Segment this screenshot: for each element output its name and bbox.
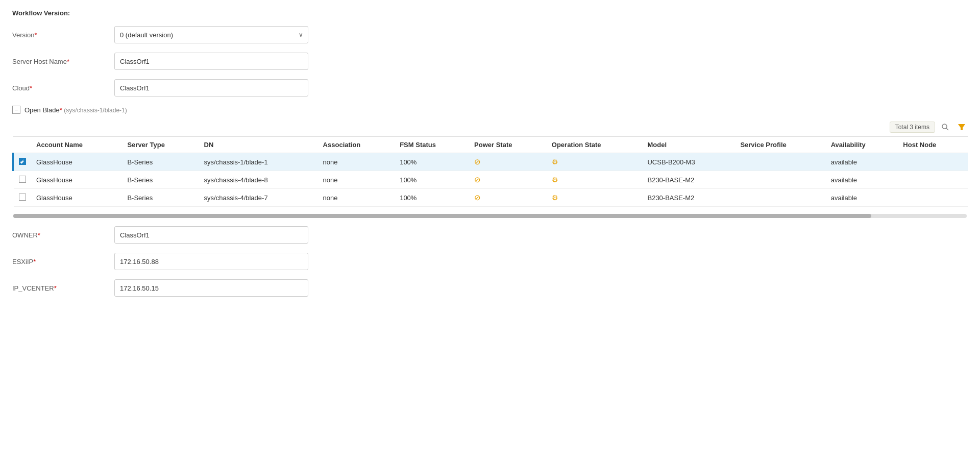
cell-server-type: B-Series (122, 189, 199, 207)
col-dn: DN (199, 137, 318, 153)
cloud-label: Cloud* (12, 84, 114, 92)
cell-host-node (898, 171, 968, 189)
filter-icon[interactable] (955, 121, 968, 133)
table-toolbar: Total 3 items (12, 121, 968, 133)
cell-account-name: GlassHouse (31, 153, 122, 171)
version-row: Version* 0 (default version) 1 2 ∨ (12, 26, 968, 43)
cell-fsm-status: 100% (395, 171, 469, 189)
open-blade-label: Open Blade* (sys/chassis-1/blade-1) (24, 106, 127, 114)
server-host-input[interactable] (114, 53, 308, 70)
cell-host-node (898, 153, 968, 171)
cell-model: UCSB-B200-M3 (642, 153, 735, 171)
ip-vcenter-row: IP_VCENTER* (12, 279, 968, 297)
cell-fsm-status: 100% (395, 189, 469, 207)
row-checkbox-cell[interactable] (13, 153, 32, 171)
version-select-wrapper: 0 (default version) 1 2 ∨ (114, 26, 308, 43)
cell-account-name: GlassHouse (31, 189, 122, 207)
cell-availability: available (826, 153, 898, 171)
collapse-icon[interactable]: − (12, 106, 20, 114)
svg-point-0 (942, 124, 947, 129)
cell-server-type: B-Series (122, 153, 199, 171)
col-association: Association (318, 137, 395, 153)
cell-account-name: GlassHouse (31, 171, 122, 189)
row-checkbox-cell[interactable] (13, 171, 32, 189)
owner-input[interactable] (114, 226, 308, 244)
cell-availability: available (826, 189, 898, 207)
cell-fsm-status: 100% (395, 153, 469, 171)
cell-operation-state: ⚙ (547, 171, 643, 189)
col-server-type: Server Type (122, 137, 199, 153)
esxiip-label: ESXiIP* (12, 258, 114, 266)
svg-marker-2 (958, 124, 965, 130)
esxiip-input[interactable] (114, 253, 308, 270)
cell-association: none (318, 153, 395, 171)
cell-association: none (318, 189, 395, 207)
version-select[interactable]: 0 (default version) 1 2 (114, 26, 308, 43)
col-checkbox (13, 137, 32, 153)
col-account-name: Account Name (31, 137, 122, 153)
col-power-state: Power State (469, 137, 547, 153)
cell-association: none (318, 171, 395, 189)
server-host-row: Server Host Name* (12, 53, 968, 70)
operation-state-tool-icon: ⚙ (552, 176, 558, 184)
cell-service-profile (735, 171, 825, 189)
col-availability: Availability (826, 137, 898, 153)
cell-availability: available (826, 171, 898, 189)
col-service-profile: Service Profile (735, 137, 825, 153)
cell-dn: sys/chassis-4/blade-7 (199, 189, 318, 207)
cell-operation-state: ⚙ (547, 189, 643, 207)
open-blade-dn: (sys/chassis-1/blade-1) (64, 107, 127, 114)
server-host-label: Server Host Name* (12, 58, 114, 65)
owner-label: OWNER* (12, 231, 114, 239)
cell-power-state: ⊘ (469, 153, 547, 171)
horizontal-scrollbar[interactable] (13, 214, 967, 218)
operation-state-tool-icon: ⚙ (552, 194, 558, 202)
table-row[interactable]: GlassHouse B-Series sys/chassis-4/blade-… (13, 171, 968, 189)
open-blade-row: − Open Blade* (sys/chassis-1/blade-1) (12, 106, 968, 114)
table-row[interactable]: GlassHouse B-Series sys/chassis-1/blade-… (13, 153, 968, 171)
cloud-row: Cloud* (12, 79, 968, 97)
blade-table: Account Name Server Type DN Association … (12, 136, 968, 207)
cell-dn: sys/chassis-1/blade-1 (199, 153, 318, 171)
col-operation-state: Operation State (547, 137, 643, 153)
cell-dn: sys/chassis-4/blade-8 (199, 171, 318, 189)
col-model: Model (642, 137, 735, 153)
row-checkbox-cell[interactable] (13, 189, 32, 207)
cell-service-profile (735, 189, 825, 207)
cloud-input[interactable] (114, 79, 308, 97)
cell-service-profile (735, 153, 825, 171)
power-state-error-icon: ⊘ (474, 175, 481, 184)
blade-table-container: Account Name Server Type DN Association … (12, 136, 968, 211)
cell-model: B230-BASE-M2 (642, 189, 735, 207)
row-checkbox[interactable] (19, 194, 26, 201)
power-state-error-icon: ⊘ (474, 157, 481, 166)
cell-operation-state: ⚙ (547, 153, 643, 171)
svg-line-1 (946, 128, 948, 130)
cell-power-state: ⊘ (469, 171, 547, 189)
row-checkbox[interactable] (19, 176, 26, 183)
table-header-row: Account Name Server Type DN Association … (13, 137, 968, 153)
cell-host-node (898, 189, 968, 207)
search-icon[interactable] (939, 121, 951, 133)
cell-server-type: B-Series (122, 171, 199, 189)
cell-model: B230-BASE-M2 (642, 171, 735, 189)
esxiip-row: ESXiIP* (12, 253, 968, 270)
operation-state-tool-icon: ⚙ (552, 158, 558, 166)
col-fsm-status: FSM Status (395, 137, 469, 153)
workflow-version-title: Workflow Version: (12, 9, 968, 17)
scroll-thumb[interactable] (13, 214, 871, 218)
total-items-badge: Total 3 items (890, 122, 935, 133)
power-state-error-icon: ⊘ (474, 193, 481, 202)
col-host-node: Host Node (898, 137, 968, 153)
version-label: Version* (12, 31, 114, 39)
owner-row: OWNER* (12, 226, 968, 244)
cell-power-state: ⊘ (469, 189, 547, 207)
row-checkbox[interactable] (19, 158, 26, 165)
ip-vcenter-input[interactable] (114, 279, 308, 297)
bottom-fields: OWNER* ESXiIP* IP_VCENTER* (12, 226, 968, 297)
ip-vcenter-label: IP_VCENTER* (12, 284, 114, 292)
table-row[interactable]: GlassHouse B-Series sys/chassis-4/blade-… (13, 189, 968, 207)
